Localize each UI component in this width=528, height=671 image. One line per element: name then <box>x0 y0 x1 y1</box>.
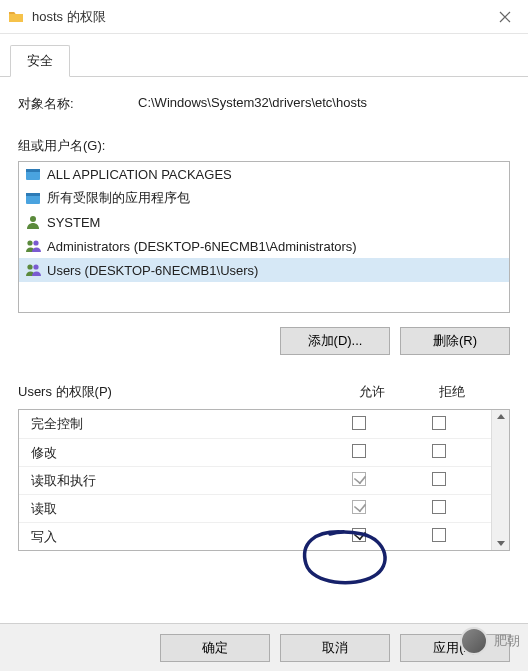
scrollbar[interactable] <box>491 410 509 550</box>
window-title: hosts 的权限 <box>32 8 482 26</box>
chevron-down-icon <box>496 538 506 548</box>
checkbox[interactable] <box>432 500 446 514</box>
cancel-button[interactable]: 取消 <box>280 634 390 662</box>
tab-panel-security: 对象名称: C:\Windows\System32\drivers\etc\ho… <box>0 76 528 569</box>
group-icon <box>25 262 41 278</box>
permissions-table: 完全控制修改读取和执行读取写入 <box>19 410 491 550</box>
permission-row: 修改 <box>19 438 491 466</box>
watermark-name: 肥朝 <box>494 632 520 650</box>
permission-row: 读取和执行 <box>19 466 491 494</box>
tab-security[interactable]: 安全 <box>10 45 70 77</box>
list-item-label: Administrators (DESKTOP-6NECMB1\Administ… <box>47 239 357 254</box>
svg-point-6 <box>33 240 38 245</box>
permission-name: 读取 <box>31 500 319 518</box>
remove-button[interactable]: 删除(R) <box>400 327 510 355</box>
permission-row: 写入 <box>19 522 491 550</box>
add-button[interactable]: 添加(D)... <box>280 327 390 355</box>
checkbox[interactable] <box>352 472 366 486</box>
folder-icon <box>8 9 24 25</box>
checkbox[interactable] <box>432 444 446 458</box>
checkbox[interactable] <box>352 416 366 430</box>
object-name-label: 对象名称: <box>18 95 138 113</box>
checkbox[interactable] <box>432 472 446 486</box>
checkbox[interactable] <box>352 444 366 458</box>
svg-point-8 <box>33 264 38 269</box>
checkbox[interactable] <box>432 528 446 542</box>
close-icon <box>499 11 511 23</box>
list-item-label: Users (DESKTOP-6NECMB1\Users) <box>47 263 258 278</box>
svg-point-7 <box>27 264 32 269</box>
ok-button[interactable]: 确定 <box>160 634 270 662</box>
object-name-value: C:\Windows\System32\drivers\etc\hosts <box>138 95 367 113</box>
package-icon <box>25 190 41 206</box>
svg-rect-1 <box>26 169 40 172</box>
checkbox[interactable] <box>432 416 446 430</box>
checkbox[interactable] <box>352 500 366 514</box>
list-item[interactable]: 所有受限制的应用程序包 <box>19 186 509 210</box>
svg-rect-3 <box>26 193 40 196</box>
list-item[interactable]: ALL APPLICATION PACKAGES <box>19 162 509 186</box>
permissions-header: Users 的权限(P) <box>18 383 332 401</box>
groups-listbox[interactable]: ALL APPLICATION PACKAGES所有受限制的应用程序包SYSTE… <box>18 161 510 313</box>
column-allow: 允许 <box>332 383 412 401</box>
titlebar: hosts 的权限 <box>0 0 528 34</box>
user-icon <box>25 214 41 230</box>
permission-row: 完全控制 <box>19 410 491 438</box>
tab-strip: 安全 <box>0 34 528 76</box>
list-item-label: ALL APPLICATION PACKAGES <box>47 167 232 182</box>
avatar-icon <box>460 627 488 655</box>
groups-label: 组或用户名(G): <box>18 137 510 155</box>
permission-row: 读取 <box>19 494 491 522</box>
permission-name: 读取和执行 <box>31 472 319 490</box>
list-item-label: SYSTEM <box>47 215 100 230</box>
svg-point-4 <box>30 216 36 222</box>
svg-point-5 <box>27 240 32 245</box>
list-item[interactable]: Administrators (DESKTOP-6NECMB1\Administ… <box>19 234 509 258</box>
dialog-footer: 确定 取消 应用(A) <box>0 623 528 671</box>
permission-name: 写入 <box>31 528 319 546</box>
watermark-avatar: 肥朝 <box>460 627 520 655</box>
list-item[interactable]: SYSTEM <box>19 210 509 234</box>
checkbox[interactable] <box>352 528 366 542</box>
package-icon <box>25 166 41 182</box>
close-button[interactable] <box>482 0 528 34</box>
list-item-label: 所有受限制的应用程序包 <box>47 189 190 207</box>
column-deny: 拒绝 <box>412 383 492 401</box>
permission-name: 修改 <box>31 444 319 462</box>
list-item[interactable]: Users (DESKTOP-6NECMB1\Users) <box>19 258 509 282</box>
chevron-up-icon <box>496 412 506 422</box>
group-icon <box>25 238 41 254</box>
permission-name: 完全控制 <box>31 415 319 433</box>
